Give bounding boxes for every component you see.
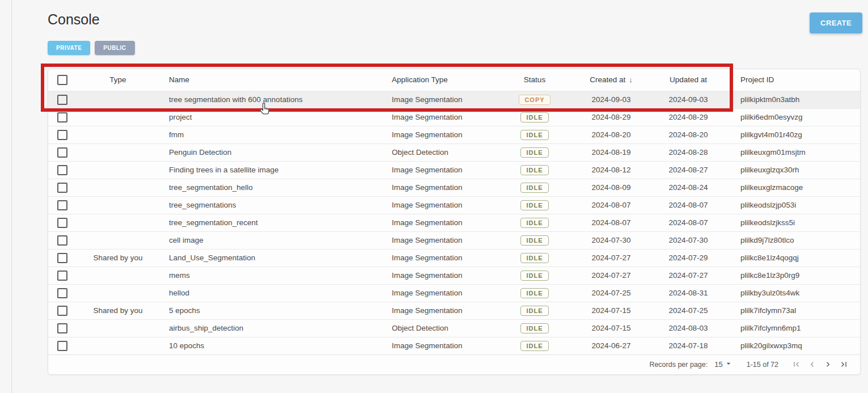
table-row[interactable]: hellod Image Segmentation IDLE 2024-07-2… (48, 284, 860, 302)
public-filter-button[interactable]: PUBLIC (95, 41, 134, 55)
row-checkbox[interactable] (57, 218, 67, 228)
row-application-type: Image Segmentation (392, 113, 496, 121)
row-project-id: plilkd9j7lz80tlco (727, 236, 860, 244)
row-checkbox[interactable] (57, 147, 67, 158)
row-name[interactable]: 10 epochs (165, 341, 392, 350)
row-checkbox[interactable] (57, 288, 67, 298)
row-application-type: Image Segmentation (392, 183, 496, 192)
row-checkbox[interactable] (57, 200, 67, 210)
row-checkbox[interactable] (57, 235, 67, 246)
table-row[interactable]: airbus_ship_detection Object Detection I… (48, 319, 860, 337)
row-updated-at: 2024-08-24 (649, 183, 727, 192)
row-checkbox[interactable] (57, 306, 67, 316)
row-created-at: 2024-07-15 (573, 306, 649, 315)
table-row[interactable]: tree_segmentation_recent Image Segmentat… (48, 214, 860, 231)
row-project-id: plilkc8e1lz4qogqj (727, 253, 860, 262)
table-row[interactable]: cell image Image Segmentation IDLE 2024-… (48, 231, 860, 249)
row-name[interactable]: hellod (165, 289, 392, 297)
status-badge: IDLE (520, 130, 548, 140)
table-row[interactable]: 10 epochs Image Segmentation IDLE 2024-0… (48, 337, 860, 354)
column-header-status[interactable]: Status (496, 75, 573, 84)
row-updated-at: 2024-07-29 (649, 253, 727, 262)
create-button[interactable]: CREATE (810, 12, 862, 33)
row-project-id: plilk20gilxwxp3mq (727, 341, 860, 350)
row-name[interactable]: airbus_ship_detection (165, 324, 392, 332)
row-updated-at: 2024-08-29 (649, 113, 727, 121)
column-header-application-type[interactable]: Application Type (392, 75, 496, 84)
created-at-label: Created at (590, 75, 625, 84)
row-application-type: Image Segmentation (392, 95, 496, 104)
row-checkbox[interactable] (57, 112, 67, 122)
column-header-project-id[interactable]: Project ID (727, 75, 860, 84)
row-application-type: Image Segmentation (392, 166, 496, 174)
row-checkbox[interactable] (57, 341, 67, 351)
row-name[interactable]: Finding trees in a satellite image (165, 166, 392, 174)
status-badge: IDLE (520, 235, 548, 246)
status-badge: IDLE (520, 253, 548, 263)
row-project-id: plilkeodslzjkss5i (727, 218, 860, 227)
row-created-at: 2024-07-25 (573, 289, 649, 297)
row-created-at: 2024-08-12 (573, 166, 649, 174)
column-header-type[interactable]: Type (71, 75, 165, 84)
row-updated-at: 2024-07-25 (649, 306, 727, 315)
row-checkbox[interactable] (57, 95, 67, 105)
row-created-at: 2024-07-27 (573, 271, 649, 280)
table-row[interactable]: Penguin Detection Object Detection IDLE … (48, 143, 860, 161)
row-name[interactable]: mems (165, 271, 392, 280)
previous-page-icon[interactable] (806, 358, 818, 371)
private-filter-button[interactable]: PRIVATE (48, 41, 90, 55)
row-name[interactable]: tree segmentation with 600 annotations (165, 95, 392, 104)
status-badge: IDLE (520, 306, 548, 316)
row-checkbox[interactable] (57, 183, 67, 193)
row-name[interactable]: 5 epochs (165, 306, 392, 315)
table-row[interactable]: Shared by you 5 epochs Image Segmentatio… (48, 302, 860, 319)
row-name[interactable]: fmm (165, 130, 392, 139)
select-all-checkbox[interactable] (57, 75, 67, 85)
status-badge: IDLE (520, 288, 548, 298)
column-header-created-at[interactable]: Created at↓ (573, 75, 649, 84)
first-page-icon[interactable] (790, 358, 802, 371)
row-checkbox[interactable] (57, 165, 67, 175)
row-created-at: 2024-06-27 (573, 341, 649, 350)
next-page-icon[interactable] (822, 358, 834, 371)
row-application-type: Object Detection (392, 324, 496, 332)
row-name[interactable]: tree_segmentations (165, 201, 392, 209)
last-page-icon[interactable] (837, 358, 850, 371)
row-name[interactable]: tree_segmentation_recent (165, 218, 392, 227)
row-name[interactable]: Land_Use_Segmentation (165, 253, 392, 262)
row-project-id: plilkeuxglzqx30rh (727, 166, 860, 174)
row-updated-at: 2024-08-28 (649, 148, 727, 157)
row-project-id: plilkeuxglzmacoge (727, 183, 860, 192)
table-footer: Records per page: 15 1-15 of 72 (48, 354, 860, 374)
column-header-updated-at[interactable]: Updated at (649, 75, 727, 84)
row-project-id: plilkgvt4m01r40zg (727, 130, 860, 139)
table-row[interactable]: tree segmentation with 600 annotations I… (48, 91, 860, 108)
chevron-down-icon (724, 359, 733, 370)
row-checkbox[interactable] (57, 130, 67, 140)
table-row[interactable]: fmm Image Segmentation IDLE 2024-08-20 2… (48, 126, 860, 143)
status-badge: IDLE (520, 147, 548, 158)
column-header-name[interactable]: Name (165, 75, 392, 84)
row-name[interactable]: Penguin Detection (165, 148, 392, 157)
status-badge: IDLE (520, 341, 548, 351)
projects-table: Type Name Application Type Status Create… (48, 69, 861, 375)
table-row[interactable]: project Image Segmentation IDLE 2024-08-… (48, 108, 860, 126)
row-checkbox[interactable] (57, 323, 67, 333)
table-row[interactable]: tree_segmentation_hello Image Segmentati… (48, 179, 860, 196)
row-project-id: plilkc8e1lz3p0rg9 (727, 271, 860, 280)
row-name[interactable]: tree_segmentation_hello (165, 183, 392, 192)
table-row[interactable]: Shared by you Land_Use_Segmentation Imag… (48, 249, 860, 267)
page-title: Console (48, 11, 100, 28)
row-name[interactable]: cell image (165, 236, 392, 244)
table-row[interactable]: Finding trees in a satellite image Image… (48, 161, 860, 179)
row-name[interactable]: project (165, 113, 392, 121)
row-checkbox[interactable] (57, 271, 67, 281)
row-created-at: 2024-09-03 (573, 95, 649, 104)
sort-descending-icon[interactable]: ↓ (629, 75, 633, 84)
records-per-page-select[interactable]: 15 (714, 359, 732, 370)
row-updated-at: 2024-08-03 (649, 324, 727, 332)
table-row[interactable]: tree_segmentations Image Segmentation ID… (48, 196, 860, 214)
row-checkbox[interactable] (57, 253, 67, 263)
row-updated-at: 2024-08-07 (649, 218, 727, 227)
table-row[interactable]: mems Image Segmentation IDLE 2024-07-27 … (48, 267, 860, 284)
